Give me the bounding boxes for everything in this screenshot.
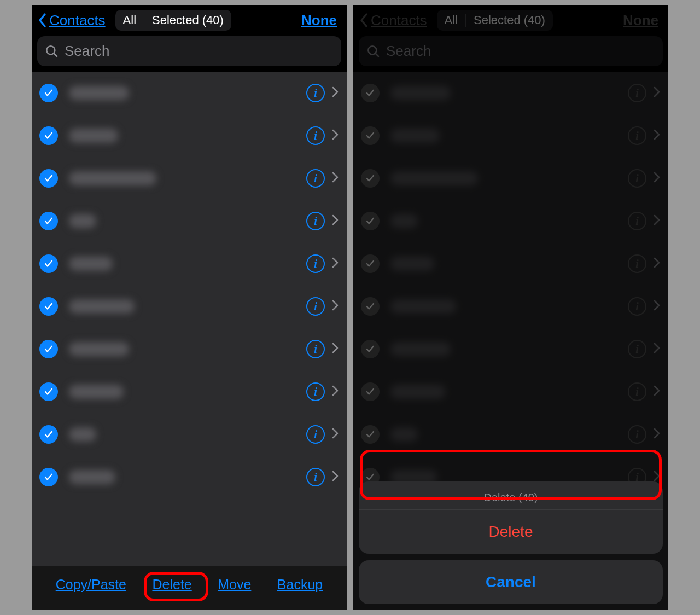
info-icon[interactable]: i xyxy=(306,340,325,358)
list-item[interactable]: i xyxy=(32,157,347,200)
copypaste-button[interactable]: Copy/Paste xyxy=(56,577,126,593)
delete-button[interactable]: Delete xyxy=(152,577,191,593)
info-icon[interactable]: i xyxy=(306,84,325,102)
contact-name-blurred xyxy=(69,129,118,143)
info-icon[interactable]: i xyxy=(306,126,325,145)
checkbox-checked-icon[interactable] xyxy=(39,169,58,188)
info-icon[interactable]: i xyxy=(306,425,325,444)
contact-name-blurred xyxy=(69,214,96,228)
info-icon[interactable]: i xyxy=(306,169,325,188)
backup-button[interactable]: Backup xyxy=(277,577,323,593)
checkbox-checked-icon[interactable] xyxy=(39,126,58,145)
list-item[interactable]: i xyxy=(32,72,347,114)
none-button[interactable]: None xyxy=(301,12,341,29)
contact-name-blurred xyxy=(69,257,113,271)
checkbox-checked-icon[interactable] xyxy=(39,425,58,444)
action-sheet-delete-button[interactable]: Delete xyxy=(359,509,663,554)
list-item[interactable]: i xyxy=(32,456,347,498)
info-icon[interactable]: i xyxy=(306,297,325,316)
contact-name-blurred xyxy=(69,385,124,399)
screen-left: Contacts All Selected (40) None Search i… xyxy=(32,5,347,610)
svg-line-1 xyxy=(54,53,57,57)
checkbox-checked-icon[interactable] xyxy=(39,340,58,358)
info-icon[interactable]: i xyxy=(306,254,325,273)
chevron-right-icon xyxy=(331,129,339,143)
list-item[interactable]: i xyxy=(32,370,347,413)
segmented-control[interactable]: All Selected (40) xyxy=(115,10,231,31)
search-field[interactable]: Search xyxy=(37,36,341,66)
action-sheet-title: Delete (40) xyxy=(359,481,663,509)
list-item[interactable]: i xyxy=(32,413,347,456)
nav-bar: Contacts All Selected (40) None xyxy=(32,5,347,36)
back-label: Contacts xyxy=(49,12,106,29)
list-item[interactable]: i xyxy=(32,200,347,242)
contacts-list[interactable]: iiiiiiiiii xyxy=(32,72,347,566)
contact-name-blurred xyxy=(69,342,129,356)
checkbox-checked-icon[interactable] xyxy=(39,468,58,486)
action-sheet-group: Delete (40) Delete xyxy=(359,481,663,554)
seg-all[interactable]: All xyxy=(123,13,136,27)
chevron-right-icon xyxy=(331,214,339,228)
action-sheet-cancel-button[interactable]: Cancel xyxy=(359,560,663,604)
search-icon xyxy=(45,44,59,59)
contact-name-blurred xyxy=(69,299,135,314)
checkbox-checked-icon[interactable] xyxy=(39,297,58,316)
toolbar: Copy/Paste Delete Move Backup xyxy=(32,566,347,610)
back-button[interactable]: Contacts xyxy=(37,12,106,29)
chevron-right-icon xyxy=(331,385,339,399)
checkbox-checked-icon[interactable] xyxy=(39,84,58,102)
info-icon[interactable]: i xyxy=(306,212,325,230)
screen-right: Contacts All Selected (40) None Search i… xyxy=(353,5,668,610)
info-icon[interactable]: i xyxy=(306,468,325,486)
contact-name-blurred xyxy=(69,86,129,100)
list-item[interactable]: i xyxy=(32,285,347,328)
chevron-right-icon xyxy=(331,171,339,185)
chevron-right-icon xyxy=(331,342,339,356)
chevron-right-icon xyxy=(331,299,339,314)
info-icon[interactable]: i xyxy=(306,382,325,401)
checkbox-checked-icon[interactable] xyxy=(39,212,58,230)
contact-name-blurred xyxy=(69,427,96,442)
move-button[interactable]: Move xyxy=(218,577,251,593)
contact-name-blurred xyxy=(69,470,115,484)
checkbox-checked-icon[interactable] xyxy=(39,382,58,401)
list-item[interactable]: i xyxy=(32,114,347,157)
chevron-left-icon xyxy=(37,12,48,28)
list-item[interactable]: i xyxy=(32,242,347,285)
list-item[interactable]: i xyxy=(32,328,347,370)
svg-point-0 xyxy=(46,46,55,54)
checkbox-checked-icon[interactable] xyxy=(39,254,58,273)
action-sheet: Delete (40) Delete Cancel xyxy=(359,481,663,604)
contact-name-blurred xyxy=(69,171,156,185)
chevron-right-icon xyxy=(331,470,339,484)
chevron-right-icon xyxy=(331,86,339,100)
chevron-right-icon xyxy=(331,427,339,442)
chevron-right-icon xyxy=(331,257,339,271)
seg-selected[interactable]: Selected (40) xyxy=(152,13,224,27)
search-placeholder: Search xyxy=(65,43,109,60)
segment-divider xyxy=(144,14,144,27)
